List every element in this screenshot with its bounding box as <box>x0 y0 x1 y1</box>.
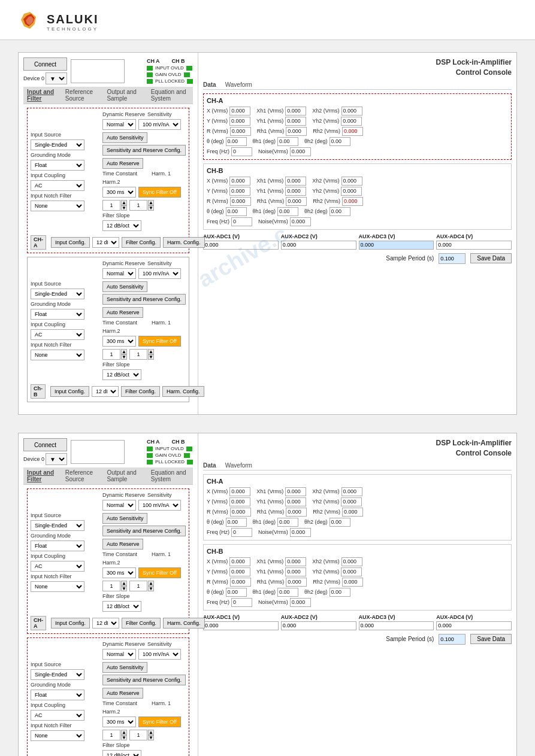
chb-notch-select[interactable]: None <box>31 350 84 360</box>
aux-adc2-input[interactable] <box>281 241 356 250</box>
p2-cha-grounding-select[interactable]: Float <box>31 541 84 551</box>
p2-cha-harm1-up[interactable]: ▲ <box>121 581 127 586</box>
cha-filterslope-select[interactable]: 12 dB/oct <box>102 220 141 231</box>
p2-cha-sync-filter-btn[interactable]: Sync Filter Off <box>138 567 181 578</box>
p2-cha-harm2-down[interactable]: ▼ <box>148 586 154 591</box>
section-tab-equation[interactable]: Equation and System <box>151 89 189 102</box>
sample-period-input-2[interactable] <box>439 634 466 645</box>
p2-cha-harm2-up[interactable]: ▲ <box>148 581 154 586</box>
chb-grounding-select[interactable]: Float <box>31 309 84 320</box>
p2-cha-coupling-select[interactable]: AC <box>31 561 84 572</box>
p2-chb-sync-filter-btn[interactable]: Sync Filter Off <box>138 716 181 727</box>
cha-harm2-up[interactable]: ▲ <box>148 200 154 205</box>
p2-cha-sensitivity-reserve-btn[interactable]: Sensitivity and Reserve Config. <box>102 526 186 536</box>
cha-harm2-down[interactable]: ▼ <box>148 205 154 211</box>
p2-chb-notch-select[interactable]: None <box>31 730 84 741</box>
chb-filter-config-btn[interactable]: Filter Config. <box>121 386 160 397</box>
cha-auto-sensitivity-btn[interactable]: Auto Sensitivity <box>102 132 148 143</box>
text-input-1[interactable] <box>71 59 125 83</box>
p2-chb-sensitivity-select[interactable]: 100 mV/nA <box>138 649 181 660</box>
p2-section-tab-input[interactable]: Input and Filter <box>27 469 56 482</box>
p2-chb-input-source-select[interactable]: Single-Ended <box>31 669 84 680</box>
p2-cha-auto-reserve-btn[interactable]: Auto Reserve <box>102 539 144 549</box>
cha-filter-config-btn[interactable]: Filter Config. <box>122 237 161 248</box>
cha-grounding-select[interactable]: Float <box>31 160 84 171</box>
p2-cha-filterslope-select2[interactable]: 12 dB/oct <box>92 618 119 629</box>
cha-block-label-1[interactable]: CH-A <box>31 235 46 250</box>
cha-harm2-input[interactable] <box>129 200 147 211</box>
p2-cha-input-source-select[interactable]: Single-Ended <box>31 520 84 531</box>
sample-period-input-1[interactable] <box>439 253 466 264</box>
p2-cha-harm1-input[interactable] <box>102 581 120 591</box>
aux-adc4-input[interactable] <box>436 241 512 250</box>
aux-adc3-input[interactable] <box>359 241 434 250</box>
cha-notch-select[interactable]: None <box>31 201 84 211</box>
p2-chb-coupling-select[interactable]: AC <box>31 710 84 721</box>
p2-cha-auto-sensitivity-btn[interactable]: Auto Sensitivity <box>102 513 148 524</box>
cha-sensitivity-select[interactable]: 100 mV/nA <box>138 119 181 130</box>
p2-cha-block-label[interactable]: CH-A <box>31 616 46 630</box>
chb-auto-sensitivity-btn[interactable]: Auto Sensitivity <box>102 281 148 292</box>
chb-harm1-up[interactable]: ▲ <box>121 349 127 354</box>
chb-input-source-select[interactable]: Single-Ended <box>31 289 84 299</box>
chb-dynres-select[interactable]: Normal <box>102 268 136 279</box>
p2-cha-dynres-select[interactable]: Normal <box>102 500 136 511</box>
p2-aux-adc1-input[interactable] <box>203 621 279 630</box>
p2-cha-sensitivity-select[interactable]: 100 mV/nA <box>138 500 181 511</box>
p2-aux-adc3-input[interactable] <box>359 621 434 630</box>
save-data-btn-2[interactable]: Save Data <box>470 634 512 644</box>
cha-coupling-select[interactable]: AC <box>31 180 84 191</box>
p2-cha-filter-config-btn[interactable]: Filter Config. <box>122 618 161 629</box>
section-tab-output[interactable]: Output and Sample <box>107 89 141 102</box>
chb-timeconstant-select[interactable]: 300 ms <box>102 336 136 347</box>
chb-harm2-down[interactable]: ▼ <box>148 354 154 360</box>
p2-chb-sensitivity-reserve-btn[interactable]: Sensitivity and Reserve Config. <box>102 675 186 685</box>
chb-sensitivity-select[interactable]: 100 mV/nA <box>138 268 181 279</box>
p2-chb-auto-sensitivity-btn[interactable]: Auto Sensitivity <box>102 662 148 673</box>
p2-section-tab-equation[interactable]: Equation and System <box>151 469 189 482</box>
chb-harm2-input[interactable] <box>129 349 147 360</box>
save-data-btn-1[interactable]: Save Data <box>470 253 512 263</box>
chb-harm-config-btn[interactable]: Harm. Config. <box>162 386 204 397</box>
chb-harm2-up[interactable]: ▲ <box>148 349 154 354</box>
cha-sync-filter-btn[interactable]: Sync Filter Off <box>138 187 181 198</box>
p2-chb-harm2-input[interactable] <box>129 730 147 740</box>
p2-chb-harm2-up[interactable]: ▲ <box>148 730 154 735</box>
cha-input-source-select[interactable]: Single-Ended <box>31 139 84 150</box>
chb-auto-reserve-btn[interactable]: Auto Reserve <box>102 307 144 318</box>
p2-chb-dynres-select[interactable]: Normal <box>102 649 136 660</box>
cha-auto-reserve-btn[interactable]: Auto Reserve <box>102 158 144 169</box>
chb-harm1-down[interactable]: ▼ <box>121 354 127 360</box>
chb-input-config-btn-1[interactable]: Input Config. <box>50 386 89 397</box>
device-select-1[interactable]: ▼ <box>46 72 67 84</box>
cha-input-config-btn-1[interactable]: Input Config. <box>51 237 90 248</box>
chb-block-label-1[interactable]: Ch-B <box>31 384 46 399</box>
cha-timeconstant-select[interactable]: 300 ms <box>102 187 136 198</box>
p2-chb-filterslope-select[interactable]: 12 dB/oct <box>102 750 141 756</box>
cha-harm1-up[interactable]: ▲ <box>121 200 127 205</box>
p2-cha-harm2-input[interactable] <box>129 581 147 591</box>
chb-filterslope-select[interactable]: 12 dB/oct <box>102 369 141 380</box>
chb-filterslope-select2[interactable]: 12 dB/oct <box>92 386 119 397</box>
cha-dynres-select[interactable]: Normal <box>102 119 136 130</box>
p2-chb-harm1-up[interactable]: ▲ <box>121 730 127 735</box>
p2-cha-input-config-btn[interactable]: Input Config. <box>51 618 90 629</box>
cha-filterslope-select2[interactable]: 12 dB/oct <box>92 237 119 248</box>
chb-coupling-select[interactable]: AC <box>31 329 84 340</box>
connect-button-2[interactable]: Connect <box>23 438 67 451</box>
chb-harm1-input[interactable] <box>102 349 120 360</box>
p2-chb-grounding-select[interactable]: Float <box>31 690 84 700</box>
device-select-2[interactable]: ▼ <box>46 453 67 465</box>
p2-cha-timeconstant-select[interactable]: 300 ms <box>102 567 136 578</box>
data-tab-data-2[interactable]: Data <box>203 462 216 469</box>
data-tab-waveform-2[interactable]: Waveform <box>225 462 252 469</box>
p2-chb-harm2-down[interactable]: ▼ <box>148 735 154 740</box>
data-tab-waveform-1[interactable]: Waveform <box>225 81 252 88</box>
p2-chb-harm1-input[interactable] <box>102 730 120 740</box>
cha-harm1-input[interactable] <box>102 200 120 211</box>
chb-sync-filter-btn[interactable]: Sync Filter Off <box>138 336 181 347</box>
p2-cha-harm1-down[interactable]: ▼ <box>121 586 127 591</box>
p2-chb-timeconstant-select[interactable]: 300 ms <box>102 716 136 727</box>
p2-aux-adc2-input[interactable] <box>281 621 356 630</box>
aux-adc1-input[interactable] <box>203 241 279 250</box>
